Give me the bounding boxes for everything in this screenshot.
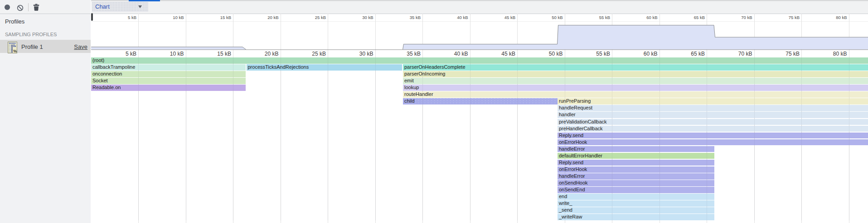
svg-text:%: % xyxy=(13,49,17,53)
